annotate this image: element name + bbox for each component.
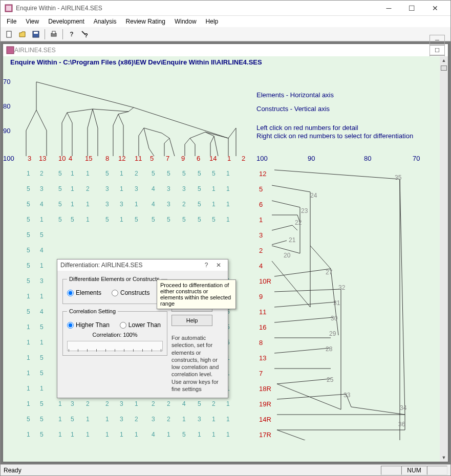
grid-cell: 4 <box>40 201 44 208</box>
element-13[interactable]: 13 <box>39 155 46 162</box>
cluster-label: 34 <box>400 404 406 412</box>
menu-help[interactable]: Help <box>202 17 223 26</box>
correlation-label: Correlation: 100% <box>67 332 163 338</box>
scroll-up-icon[interactable]: ▲ <box>440 56 448 64</box>
maximize-button[interactable]: ☐ <box>400 1 423 15</box>
grid-cell: 2 <box>40 170 44 177</box>
grid-cell: 5 <box>40 370 44 377</box>
construct-1[interactable]: 1 <box>259 216 263 224</box>
child-max-button[interactable]: ☐ <box>429 45 445 55</box>
grid-cell: 4 <box>182 400 186 407</box>
grid-cell: 4 <box>152 185 155 192</box>
radio-elements[interactable]: Elements <box>67 289 101 296</box>
element-11[interactable]: 11 <box>135 155 142 162</box>
grid-cell: 5 <box>58 201 62 208</box>
menu-file[interactable]: File <box>3 17 20 26</box>
help-icon[interactable]: ? <box>66 29 77 40</box>
file-path: Enquire Within - C:\Program Files (x86)\… <box>10 58 262 66</box>
minimize-button[interactable]: ─ <box>377 1 400 15</box>
element-14[interactable]: 14 <box>209 155 217 162</box>
grid-cell: 3 <box>135 185 138 192</box>
toolbar: ? ? <box>1 27 450 41</box>
construct-2[interactable]: 2 <box>259 247 263 254</box>
vertical-scrollbar[interactable]: ▲ ▼ <box>440 56 448 462</box>
grid-cell: 1 <box>27 170 30 177</box>
dialog-titlebar[interactable]: Differentiation: AIRLINE4.SES ? ✕ <box>57 259 228 271</box>
app-icon <box>5 4 13 12</box>
svg-rect-2 <box>7 31 11 37</box>
help-button[interactable]: Help <box>171 315 212 326</box>
grid-cell: 5 <box>198 216 201 223</box>
element-15[interactable]: 15 <box>85 155 92 162</box>
menu-development[interactable]: Development <box>44 17 89 26</box>
dialog-help-icon[interactable]: ? <box>200 262 212 269</box>
save-icon[interactable] <box>30 29 41 40</box>
statusbar: Ready NUM <box>1 464 450 475</box>
grid-cell: 5 <box>27 308 30 315</box>
element-3[interactable]: 3 <box>28 155 31 162</box>
grid-cell: 5 <box>198 201 201 208</box>
element-6[interactable]: 6 <box>197 155 200 162</box>
element-8[interactable]: 8 <box>105 155 109 162</box>
grid-cell: 5 <box>27 201 30 208</box>
grid-cell: 4 <box>152 201 155 208</box>
grid-cell: 5 <box>105 170 109 177</box>
rscale-90: 90 <box>308 155 315 162</box>
rscale-70: 70 <box>413 155 420 162</box>
dialog-close-icon[interactable]: ✕ <box>212 262 225 269</box>
grid-cell: 5 <box>40 323 44 331</box>
grid-cell: 1 <box>135 400 138 407</box>
element-5[interactable]: 5 <box>150 155 154 162</box>
grid-cell: 2 <box>167 416 170 423</box>
scroll-thumb[interactable] <box>441 66 447 71</box>
child-min-button[interactable]: ─ <box>429 35 445 45</box>
menu-review[interactable]: Review Rating <box>122 17 169 26</box>
grid-cell: 3 <box>40 277 44 285</box>
menubar: File View Development Analysis Review Ra… <box>1 16 450 27</box>
construct-6[interactable]: 6 <box>259 201 263 208</box>
construct-7[interactable]: 7 <box>259 370 263 377</box>
grid-cell: 1 <box>71 185 74 192</box>
grid-cell: 1 <box>58 431 62 438</box>
construct-5[interactable]: 5 <box>259 185 263 193</box>
correlation-slider[interactable] <box>67 341 163 351</box>
grid-cell: 2 <box>152 400 155 407</box>
grid-cell: 2 <box>105 400 109 407</box>
grid-cell: 1 <box>120 170 123 177</box>
element-1[interactable]: 1 <box>227 155 231 162</box>
menu-analysis[interactable]: Analysis <box>90 17 121 26</box>
grid-cell: 5 <box>198 400 201 407</box>
close-button[interactable]: ✕ <box>423 1 446 15</box>
construct-8[interactable]: 8 <box>259 339 263 347</box>
grid-cell: 5 <box>27 247 30 254</box>
status-pane2 <box>427 466 447 475</box>
grid-cell: 3 <box>40 185 44 192</box>
radio-constructs[interactable]: Constructs <box>112 289 149 296</box>
new-icon[interactable] <box>4 29 15 40</box>
context-help-icon[interactable]: ? <box>79 29 91 40</box>
scroll-down-icon[interactable]: ▼ <box>440 453 448 462</box>
rscale-100: 100 <box>256 155 268 162</box>
print-icon[interactable] <box>48 29 59 40</box>
element-2[interactable]: 2 <box>242 155 245 162</box>
menu-view[interactable]: View <box>22 17 43 26</box>
construct-9[interactable]: 9 <box>259 293 263 300</box>
construct-3[interactable]: 3 <box>259 231 263 239</box>
grid-cell: 1 <box>58 400 62 407</box>
radio-lower[interactable]: Lower Than <box>120 321 161 329</box>
element-4[interactable]: 4 <box>69 155 72 162</box>
grid-cell: 5 <box>27 262 30 269</box>
child-title: AIRLINE4.SES <box>14 47 428 54</box>
auto-help-text: For automatic selection, set for element… <box>171 334 223 393</box>
element-9[interactable]: 9 <box>181 155 185 162</box>
element-10[interactable]: 10 <box>58 155 66 162</box>
doc-icon <box>6 46 14 54</box>
radio-higher[interactable]: Higher Than <box>67 321 110 329</box>
cluster-label: 20 <box>284 252 290 259</box>
open-icon[interactable] <box>17 29 28 40</box>
element-7[interactable]: 7 <box>166 155 169 162</box>
construct-4[interactable]: 4 <box>259 262 263 270</box>
menu-window[interactable]: Window <box>170 17 201 26</box>
element-12[interactable]: 12 <box>118 155 125 162</box>
right-dendrogram <box>264 164 438 440</box>
